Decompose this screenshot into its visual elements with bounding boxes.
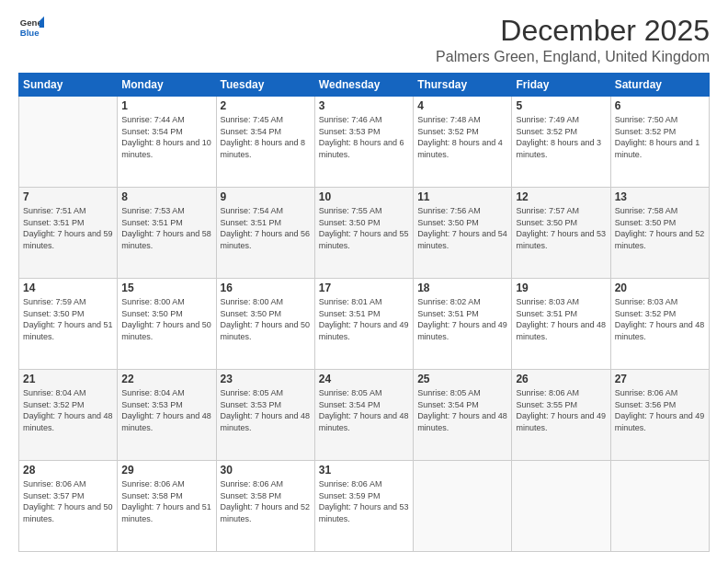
- day-info: Sunrise: 8:04 AMSunset: 3:52 PMDaylight:…: [23, 387, 113, 433]
- day-info: Sunrise: 7:56 AMSunset: 3:50 PMDaylight:…: [417, 205, 507, 251]
- header-row: Sunday Monday Tuesday Wednesday Thursday…: [19, 74, 710, 97]
- table-row: 20Sunrise: 8:03 AMSunset: 3:52 PMDayligh…: [610, 279, 709, 370]
- day-info: Sunrise: 8:06 AMSunset: 3:58 PMDaylight:…: [121, 478, 211, 524]
- calendar-week-3: 14Sunrise: 7:59 AMSunset: 3:50 PMDayligh…: [19, 279, 710, 370]
- day-info: Sunrise: 7:48 AMSunset: 3:52 PMDaylight:…: [417, 114, 507, 160]
- table-row: 22Sunrise: 8:04 AMSunset: 3:53 PMDayligh…: [118, 370, 216, 461]
- day-number: 3: [319, 99, 409, 112]
- page: General Blue December 2025 Palmers Green…: [0, 0, 728, 563]
- day-info: Sunrise: 8:00 AMSunset: 3:50 PMDaylight:…: [121, 296, 211, 342]
- day-number: 6: [615, 99, 705, 112]
- day-number: 26: [516, 373, 606, 385]
- day-number: 7: [23, 190, 113, 203]
- table-row: 15Sunrise: 8:00 AMSunset: 3:50 PMDayligh…: [118, 279, 216, 370]
- logo-icon: General Blue: [18, 15, 44, 40]
- month-title: December 2025: [436, 15, 710, 47]
- day-info: Sunrise: 8:02 AMSunset: 3:51 PMDaylight:…: [417, 296, 507, 342]
- day-info: Sunrise: 8:01 AMSunset: 3:51 PMDaylight:…: [319, 296, 409, 342]
- day-info: Sunrise: 8:06 AMSunset: 3:57 PMDaylight:…: [23, 478, 113, 524]
- col-wednesday: Wednesday: [314, 74, 413, 97]
- table-row: 9Sunrise: 7:54 AMSunset: 3:51 PMDaylight…: [216, 188, 314, 279]
- table-row: 7Sunrise: 7:51 AMSunset: 3:51 PMDaylight…: [19, 188, 118, 279]
- day-number: 15: [121, 282, 211, 294]
- day-info: Sunrise: 7:59 AMSunset: 3:50 PMDaylight:…: [23, 296, 113, 342]
- day-info: Sunrise: 8:04 AMSunset: 3:53 PMDaylight:…: [121, 387, 211, 433]
- day-number: 5: [516, 99, 606, 112]
- day-number: 25: [417, 373, 507, 385]
- day-info: Sunrise: 8:05 AMSunset: 3:53 PMDaylight:…: [221, 387, 311, 433]
- table-row: 26Sunrise: 8:06 AMSunset: 3:55 PMDayligh…: [512, 370, 610, 461]
- day-number: 12: [516, 190, 606, 203]
- table-row: [610, 461, 709, 552]
- title-block: December 2025 Palmers Green, England, Un…: [436, 15, 710, 65]
- table-row: 12Sunrise: 7:57 AMSunset: 3:50 PMDayligh…: [512, 188, 610, 279]
- day-number: 24: [319, 373, 409, 385]
- day-number: 16: [221, 282, 311, 294]
- day-info: Sunrise: 8:05 AMSunset: 3:54 PMDaylight:…: [417, 387, 507, 433]
- table-row: 19Sunrise: 8:03 AMSunset: 3:51 PMDayligh…: [512, 279, 610, 370]
- day-number: 9: [221, 190, 311, 203]
- day-number: 23: [221, 373, 311, 385]
- table-row: 4Sunrise: 7:48 AMSunset: 3:52 PMDaylight…: [414, 97, 512, 188]
- day-number: 28: [23, 464, 113, 477]
- day-info: Sunrise: 7:51 AMSunset: 3:51 PMDaylight:…: [23, 205, 113, 251]
- svg-text:Blue: Blue: [20, 28, 40, 38]
- table-row: 17Sunrise: 8:01 AMSunset: 3:51 PMDayligh…: [314, 279, 413, 370]
- table-row: 31Sunrise: 8:06 AMSunset: 3:59 PMDayligh…: [314, 461, 413, 552]
- logo: General Blue: [18, 15, 44, 40]
- table-row: 6Sunrise: 7:50 AMSunset: 3:52 PMDaylight…: [610, 97, 709, 188]
- day-number: 30: [221, 464, 311, 477]
- col-saturday: Saturday: [610, 74, 709, 97]
- day-info: Sunrise: 7:50 AMSunset: 3:52 PMDaylight:…: [615, 114, 705, 160]
- table-row: 10Sunrise: 7:55 AMSunset: 3:50 PMDayligh…: [314, 188, 413, 279]
- col-sunday: Sunday: [19, 74, 118, 97]
- day-number: 11: [417, 190, 507, 203]
- table-row: 11Sunrise: 7:56 AMSunset: 3:50 PMDayligh…: [414, 188, 512, 279]
- day-number: 21: [23, 373, 113, 385]
- table-row: 2Sunrise: 7:45 AMSunset: 3:54 PMDaylight…: [216, 97, 314, 188]
- day-info: Sunrise: 8:06 AMSunset: 3:55 PMDaylight:…: [516, 387, 606, 433]
- day-number: 31: [319, 464, 409, 477]
- location: Palmers Green, England, United Kingdom: [436, 49, 710, 65]
- day-number: 10: [319, 190, 409, 203]
- table-row: 1Sunrise: 7:44 AMSunset: 3:54 PMDaylight…: [118, 97, 216, 188]
- day-number: 1: [121, 99, 211, 112]
- col-monday: Monday: [118, 74, 216, 97]
- day-number: 13: [615, 190, 705, 203]
- table-row: 27Sunrise: 8:06 AMSunset: 3:56 PMDayligh…: [610, 370, 709, 461]
- calendar-week-5: 28Sunrise: 8:06 AMSunset: 3:57 PMDayligh…: [19, 461, 710, 552]
- day-info: Sunrise: 7:46 AMSunset: 3:53 PMDaylight:…: [319, 114, 409, 160]
- day-number: 20: [615, 282, 705, 294]
- table-row: 3Sunrise: 7:46 AMSunset: 3:53 PMDaylight…: [314, 97, 413, 188]
- table-row: [19, 97, 118, 188]
- table-row: 21Sunrise: 8:04 AMSunset: 3:52 PMDayligh…: [19, 370, 118, 461]
- day-info: Sunrise: 7:58 AMSunset: 3:50 PMDaylight:…: [615, 205, 705, 251]
- calendar-week-1: 1Sunrise: 7:44 AMSunset: 3:54 PMDaylight…: [19, 97, 710, 188]
- table-row: 28Sunrise: 8:06 AMSunset: 3:57 PMDayligh…: [19, 461, 118, 552]
- table-row: 29Sunrise: 8:06 AMSunset: 3:58 PMDayligh…: [118, 461, 216, 552]
- day-number: 27: [615, 373, 705, 385]
- table-row: 5Sunrise: 7:49 AMSunset: 3:52 PMDaylight…: [512, 97, 610, 188]
- day-number: 17: [319, 282, 409, 294]
- table-row: 23Sunrise: 8:05 AMSunset: 3:53 PMDayligh…: [216, 370, 314, 461]
- day-number: 2: [221, 99, 311, 112]
- calendar-week-2: 7Sunrise: 7:51 AMSunset: 3:51 PMDaylight…: [19, 188, 710, 279]
- table-row: 8Sunrise: 7:53 AMSunset: 3:51 PMDaylight…: [118, 188, 216, 279]
- day-number: 18: [417, 282, 507, 294]
- day-info: Sunrise: 8:06 AMSunset: 3:59 PMDaylight:…: [319, 478, 409, 524]
- day-number: 29: [121, 464, 211, 477]
- day-number: 14: [23, 282, 113, 294]
- day-info: Sunrise: 7:57 AMSunset: 3:50 PMDaylight:…: [516, 205, 606, 251]
- header: General Blue December 2025 Palmers Green…: [18, 15, 710, 65]
- calendar-week-4: 21Sunrise: 8:04 AMSunset: 3:52 PMDayligh…: [19, 370, 710, 461]
- table-row: 16Sunrise: 8:00 AMSunset: 3:50 PMDayligh…: [216, 279, 314, 370]
- table-row: 24Sunrise: 8:05 AMSunset: 3:54 PMDayligh…: [314, 370, 413, 461]
- table-row: 30Sunrise: 8:06 AMSunset: 3:58 PMDayligh…: [216, 461, 314, 552]
- day-info: Sunrise: 8:06 AMSunset: 3:58 PMDaylight:…: [221, 478, 311, 524]
- day-info: Sunrise: 7:54 AMSunset: 3:51 PMDaylight:…: [221, 205, 311, 251]
- table-row: 25Sunrise: 8:05 AMSunset: 3:54 PMDayligh…: [414, 370, 512, 461]
- day-info: Sunrise: 7:49 AMSunset: 3:52 PMDaylight:…: [516, 114, 606, 160]
- table-row: [414, 461, 512, 552]
- table-row: 18Sunrise: 8:02 AMSunset: 3:51 PMDayligh…: [414, 279, 512, 370]
- day-info: Sunrise: 7:44 AMSunset: 3:54 PMDaylight:…: [121, 114, 211, 160]
